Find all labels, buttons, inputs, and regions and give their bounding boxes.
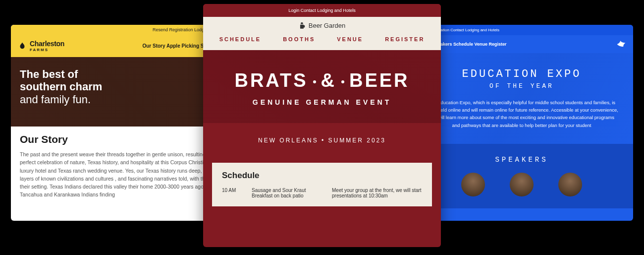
hero-word-1: BRATS xyxy=(234,70,308,91)
nav-register[interactable]: REGISTER xyxy=(385,36,425,42)
schedule-row: 10 AM Sausage and Sour Kraut Breakfast o… xyxy=(222,188,422,198)
avatar[interactable] xyxy=(558,173,582,196)
section-title: Our Story xyxy=(20,133,225,145)
hero: The best of southern charm and family fu… xyxy=(11,57,234,127)
template-card-education-expo[interactable]: esder Registration Contact Lodging and H… xyxy=(410,25,633,221)
topbar[interactable]: Login Contact Lodging and Hotels xyxy=(203,4,441,17)
speakers-title: SPEAKERS xyxy=(420,156,623,164)
speakers-section: SPEAKERS xyxy=(410,144,633,208)
nav: SCHEDULE BOOTHS VENUE REGISTER xyxy=(203,36,441,42)
schedule-title: Schedule xyxy=(222,171,422,181)
logo-sub: FARMS xyxy=(30,48,64,52)
hero-title-light: and family fun. xyxy=(20,93,225,106)
beer-mug-icon xyxy=(299,22,306,29)
header: Beer Garden SCHEDULE BOOTHS VENUE REGIST… xyxy=(203,17,441,50)
template-card-beer-garden[interactable]: Login Contact Lodging and Hotels Beer Ga… xyxy=(203,4,441,247)
avatar-row xyxy=(420,173,623,196)
schedule-section: Schedule 10 AM Sausage and Sour Kraut Br… xyxy=(212,163,432,206)
hero-title: EDUCATION EXPO xyxy=(425,68,618,80)
logo-main: Charleston xyxy=(30,40,64,48)
hero-word-2: & xyxy=(321,70,336,91)
nav-schedule[interactable]: SCHEDULE xyxy=(219,36,262,42)
leaf-icon xyxy=(18,42,27,51)
bird-icon xyxy=(616,39,626,49)
schedule-detail: Meet your group at the front, we will st… xyxy=(332,188,422,198)
subheader: NEW ORLEANS • SUMMER 2023 xyxy=(203,123,441,158)
logo-text: Beer Garden xyxy=(309,22,345,29)
dot-icon xyxy=(313,80,316,83)
avatar[interactable] xyxy=(461,173,485,196)
logo[interactable]: Charleston FARMS xyxy=(18,40,64,52)
hero-word-3: BEER xyxy=(349,70,410,91)
hero-subtitle: GENUINE GERMAN EVENT xyxy=(213,98,431,106)
hero-text: The Education Expo, which is especially … xyxy=(425,99,618,129)
topbar: esder Registration Contact Lodging and H… xyxy=(410,25,633,35)
schedule-time: 10 AM xyxy=(222,188,241,198)
topbar: Resend Registration Lodging and Hot xyxy=(11,25,234,35)
body: Our Story The past and the present weave… xyxy=(11,127,234,206)
hero: BRATS&BEER GENUINE GERMAN EVENT xyxy=(203,50,441,123)
template-card-charleston[interactable]: Resend Registration Lodging and Hot Char… xyxy=(11,25,234,221)
schedule-event: Sausage and Sour Kraut Breakfast on back… xyxy=(252,188,321,198)
hero-title: BRATS&BEER xyxy=(213,70,431,91)
logo[interactable]: Beer Garden xyxy=(203,22,441,29)
hero-title-bold: The best of southern charm xyxy=(20,68,225,93)
nav-booths[interactable]: BOOTHS xyxy=(283,36,315,42)
hero-subtitle: OF THE YEAR xyxy=(425,82,618,90)
hero: EDUCATION EXPO OF THE YEAR The Education… xyxy=(410,53,633,144)
nav: out Us Speakers Schedule Venue Register xyxy=(410,35,633,53)
nav-venue[interactable]: VENUE xyxy=(337,36,363,42)
header: Charleston FARMS Our Story Apple Picking… xyxy=(11,35,234,57)
avatar[interactable] xyxy=(510,173,534,196)
body-text: The past and the present weave their thr… xyxy=(20,150,225,199)
dot-icon xyxy=(341,80,344,83)
